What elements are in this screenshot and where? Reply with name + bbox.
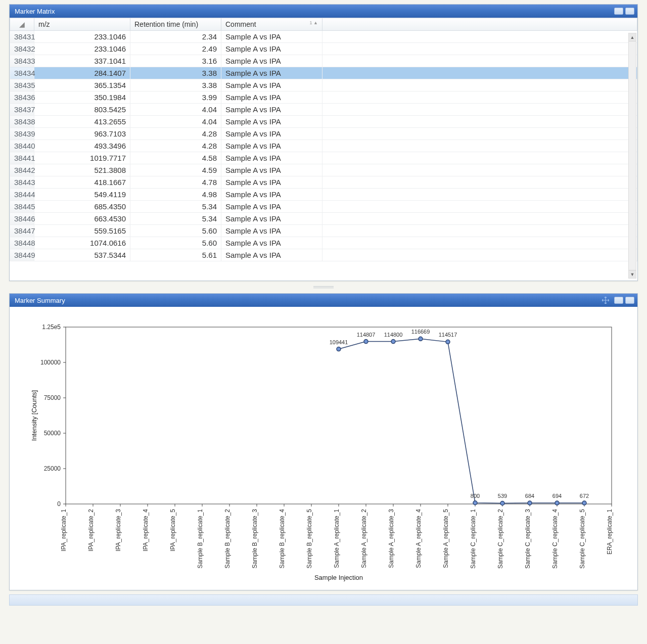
cell-comment[interactable]: Sample A vs IPA xyxy=(221,31,322,43)
table-row[interactable]: 38434284.14073.38Sample A vs IPA xyxy=(10,67,637,79)
cell-comment[interactable]: Sample A vs IPA xyxy=(221,249,322,261)
cell-comment[interactable]: Sample A vs IPA xyxy=(221,140,322,152)
table-row[interactable]: 38445685.43505.34Sample A vs IPA xyxy=(10,201,637,213)
cell-mz[interactable]: 963.7103 xyxy=(34,128,130,140)
cell-comment[interactable]: Sample A vs IPA xyxy=(221,104,322,116)
cell-rt[interactable]: 4.78 xyxy=(130,176,221,189)
cell-comment[interactable]: Sample A vs IPA xyxy=(221,237,322,249)
table-row[interactable]: 38435365.13543.38Sample A vs IPA xyxy=(10,79,637,91)
cell-comment[interactable]: Sample A vs IPA xyxy=(221,201,322,213)
row-number[interactable]: 38449 xyxy=(10,249,34,261)
cell-rt[interactable]: 4.04 xyxy=(130,104,221,116)
cell-comment[interactable]: Sample A vs IPA xyxy=(221,164,322,176)
row-number[interactable]: 38437 xyxy=(10,104,34,116)
row-number[interactable]: 38438 xyxy=(10,116,34,128)
scroll-up-icon[interactable]: ▲ xyxy=(629,33,636,41)
cell-mz[interactable]: 413.2655 xyxy=(34,116,130,128)
cell-mz[interactable]: 803.5425 xyxy=(34,104,130,116)
marker-summary-header[interactable]: Marker Summary xyxy=(10,294,637,307)
cell-rt[interactable]: 3.16 xyxy=(130,55,221,67)
cell-rt[interactable]: 4.04 xyxy=(130,116,221,128)
table-row[interactable]: 38444549.41194.98Sample A vs IPA xyxy=(10,189,637,201)
marker-matrix-header[interactable]: Marker Matrix xyxy=(10,5,637,18)
maximize-button[interactable] xyxy=(625,297,634,304)
table-row[interactable]: 38443418.16674.78Sample A vs IPA xyxy=(10,176,637,189)
table-row[interactable]: 38449537.53445.61Sample A vs IPA xyxy=(10,249,637,261)
panel-splitter[interactable] xyxy=(9,285,638,289)
cell-mz[interactable]: 284.1407 xyxy=(34,67,130,79)
row-number[interactable]: 38444 xyxy=(10,189,34,201)
cell-comment[interactable]: Sample A vs IPA xyxy=(221,225,322,237)
table-row[interactable]: 38432233.10462.49Sample A vs IPA xyxy=(10,43,637,55)
row-number[interactable]: 38441 xyxy=(10,152,34,164)
cell-mz[interactable]: 337.1041 xyxy=(34,55,130,67)
row-number[interactable]: 38447 xyxy=(10,225,34,237)
cell-mz[interactable]: 663.4530 xyxy=(34,213,130,225)
cell-comment[interactable]: Sample A vs IPA xyxy=(221,91,322,104)
cell-mz[interactable]: 1074.0616 xyxy=(34,237,130,249)
minimize-button[interactable] xyxy=(614,8,623,15)
cell-mz[interactable]: 685.4350 xyxy=(34,201,130,213)
table-row[interactable]: 38442521.38084.59Sample A vs IPA xyxy=(10,164,637,176)
cell-rt[interactable]: 5.61 xyxy=(130,249,221,261)
column-header-rt[interactable]: Retention time (min) xyxy=(130,18,221,31)
cell-rt[interactable]: 3.38 xyxy=(130,79,221,91)
cell-rt[interactable]: 4.59 xyxy=(130,164,221,176)
table-row[interactable]: 38438413.26554.04Sample A vs IPA xyxy=(10,116,637,128)
table-row[interactable]: 38431233.10462.34Sample A vs IPA xyxy=(10,31,637,43)
row-number[interactable]: 38433 xyxy=(10,55,34,67)
row-number[interactable]: 38443 xyxy=(10,176,34,189)
cell-rt[interactable]: 5.34 xyxy=(130,201,221,213)
row-number[interactable]: 38440 xyxy=(10,140,34,152)
row-number[interactable]: 38439 xyxy=(10,128,34,140)
cell-mz[interactable]: 521.3808 xyxy=(34,164,130,176)
table-row[interactable]: 38439963.71034.28Sample A vs IPA xyxy=(10,128,637,140)
column-header-comment[interactable]: Comment 1 ▲ xyxy=(221,18,322,31)
rownum-header[interactable]: ◢ xyxy=(10,18,34,31)
table-row[interactable]: 38436350.19843.99Sample A vs IPA xyxy=(10,91,637,104)
cell-comment[interactable]: Sample A vs IPA xyxy=(221,189,322,201)
cell-comment[interactable]: Sample A vs IPA xyxy=(221,67,322,79)
maximize-button[interactable] xyxy=(625,8,634,15)
table-row[interactable]: 384411019.77174.58Sample A vs IPA xyxy=(10,152,637,164)
cell-rt[interactable]: 4.28 xyxy=(130,140,221,152)
minimize-button[interactable] xyxy=(614,297,623,304)
row-number[interactable]: 38448 xyxy=(10,237,34,249)
row-number[interactable]: 38445 xyxy=(10,201,34,213)
row-number[interactable]: 38446 xyxy=(10,213,34,225)
cell-comment[interactable]: Sample A vs IPA xyxy=(221,43,322,55)
cell-comment[interactable]: Sample A vs IPA xyxy=(221,116,322,128)
cell-mz[interactable]: 350.1984 xyxy=(34,91,130,104)
cell-rt[interactable]: 5.34 xyxy=(130,213,221,225)
table-row[interactable]: 38447559.51655.60Sample A vs IPA xyxy=(10,225,637,237)
row-number[interactable]: 38431 xyxy=(10,31,34,43)
cell-comment[interactable]: Sample A vs IPA xyxy=(221,152,322,164)
row-number[interactable]: 38434 xyxy=(10,67,34,79)
cell-rt[interactable]: 2.49 xyxy=(130,43,221,55)
cell-rt[interactable]: 5.60 xyxy=(130,225,221,237)
row-number[interactable]: 38435 xyxy=(10,79,34,91)
cell-mz[interactable]: 1019.7717 xyxy=(34,152,130,164)
scroll-down-icon[interactable]: ▼ xyxy=(629,270,636,278)
cell-mz[interactable]: 559.5165 xyxy=(34,225,130,237)
table-row[interactable]: 38433337.10413.16Sample A vs IPA xyxy=(10,55,637,67)
cell-mz[interactable]: 493.3496 xyxy=(34,140,130,152)
table-row[interactable]: 38440493.34964.28Sample A vs IPA xyxy=(10,140,637,152)
table-row[interactable]: 38446663.45305.34Sample A vs IPA xyxy=(10,213,637,225)
cell-rt[interactable]: 4.98 xyxy=(130,189,221,201)
cell-comment[interactable]: Sample A vs IPA xyxy=(221,176,322,189)
vertical-scrollbar[interactable]: ▲ ▼ xyxy=(628,33,636,279)
cell-mz[interactable]: 549.4119 xyxy=(34,189,130,201)
table-row[interactable]: 38437803.54254.04Sample A vs IPA xyxy=(10,104,637,116)
row-number[interactable]: 38436 xyxy=(10,91,34,104)
cell-rt[interactable]: 4.28 xyxy=(130,128,221,140)
cell-mz[interactable]: 233.1046 xyxy=(34,31,130,43)
cell-rt[interactable]: 4.58 xyxy=(130,152,221,164)
cell-rt[interactable]: 3.99 xyxy=(130,91,221,104)
cell-rt[interactable]: 3.38 xyxy=(130,67,221,79)
row-number[interactable]: 38432 xyxy=(10,43,34,55)
cell-mz[interactable]: 233.1046 xyxy=(34,43,130,55)
cell-mz[interactable]: 365.1354 xyxy=(34,79,130,91)
table-row[interactable]: 384481074.06165.60Sample A vs IPA xyxy=(10,237,637,249)
cell-rt[interactable]: 5.60 xyxy=(130,237,221,249)
